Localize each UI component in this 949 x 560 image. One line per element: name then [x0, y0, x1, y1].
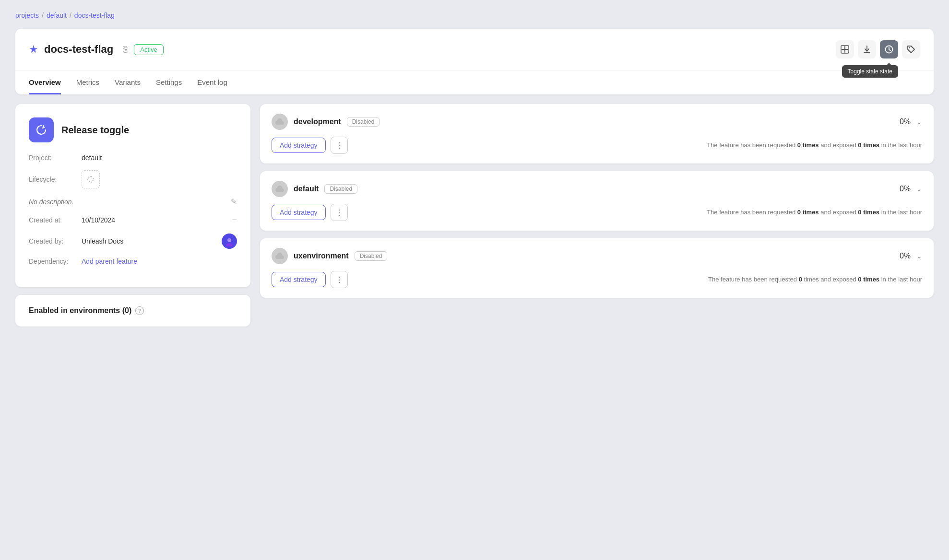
user-avatar-icon [224, 236, 235, 246]
expand-icon-uxenvironment[interactable]: ⌄ [916, 252, 922, 260]
clock-icon [885, 45, 893, 54]
flag-header: ★ docs-test-flag ⎘ Active [15, 29, 934, 70]
lifecycle-row: Lifecycle: [29, 170, 237, 188]
env-actions-development: Add strategy ⋮ The feature has been requ… [272, 137, 922, 154]
expand-icon-default[interactable]: ⌄ [916, 185, 922, 193]
star-icon[interactable]: ★ [29, 43, 38, 56]
toggle-type-name: Release toggle [61, 125, 129, 136]
env-status-default: Disabled [324, 184, 357, 194]
cloud-icon-development [275, 118, 285, 125]
more-button-default[interactable]: ⋮ [331, 204, 348, 221]
breadcrumb-sep-1: / [42, 12, 44, 19]
add-strategy-button-default[interactable]: Add strategy [272, 205, 326, 220]
toggle-stale-button[interactable] [880, 40, 898, 58]
svg-rect-5 [87, 176, 94, 183]
page-title: docs-test-flag [44, 43, 113, 56]
env-stats-uxenvironment: The feature has been requested 0 times a… [708, 275, 922, 284]
created-by-row: Created by: Unleash Docs [29, 233, 237, 249]
created-by-value: Unleash Docs [82, 237, 123, 245]
breadcrumb: projects / default / docs-test-flag [15, 12, 934, 19]
add-icon [841, 45, 849, 54]
env-percent-default: 0% [900, 185, 911, 193]
help-icon[interactable]: ? [135, 306, 144, 315]
env-stats-default: The feature has been requested 0 times a… [707, 208, 922, 217]
env-cloud-icon-default [272, 181, 288, 197]
add-parent-feature-link[interactable]: Add parent feature [82, 257, 137, 265]
env-card-uxenvironment: uxenvironment Disabled 0% ⌄ Add strategy… [260, 238, 934, 298]
env-name-uxenvironment: uxenvironment [294, 252, 349, 260]
dependency-row: Dependency: Add parent feature [29, 257, 237, 265]
env-stats-development: The feature has been requested 0 times a… [707, 140, 922, 150]
download-icon-button[interactable] [858, 40, 876, 58]
tab-metrics[interactable]: Metrics [76, 70, 99, 94]
edit-description-icon[interactable]: ✎ [231, 197, 237, 206]
svg-point-7 [227, 238, 231, 242]
status-badge: Active [134, 44, 163, 55]
tab-variants[interactable]: Variants [115, 70, 141, 94]
release-toggle-icon [35, 124, 47, 136]
svg-rect-1 [842, 49, 848, 50]
add-icon-button[interactable] [836, 40, 854, 58]
toggle-type-icon [29, 117, 54, 142]
env-header-default: default Disabled 0% ⌄ [272, 181, 922, 197]
toggle-stale-tooltip: Toggle stale state [842, 65, 898, 78]
left-panel: Release toggle Project: default Lifecycl… [15, 104, 250, 327]
created-by-label: Created by: [29, 237, 82, 245]
env-status-uxenvironment: Disabled [355, 251, 388, 261]
download-icon [863, 45, 871, 54]
add-strategy-button-uxenvironment[interactable]: Add strategy [272, 272, 326, 287]
env-percent-development: 0% [900, 117, 911, 126]
feature-info-card: Release toggle Project: default Lifecycl… [15, 104, 250, 287]
more-button-development[interactable]: ⋮ [331, 137, 348, 154]
description-value: No description. [29, 198, 73, 206]
cloud-icon-uxenvironment [275, 253, 285, 259]
lifecycle-icon[interactable] [82, 170, 100, 188]
environments-card: Enabled in environments (0) ? [15, 295, 250, 327]
project-row: Project: default [29, 154, 237, 162]
created-at-action: − [232, 215, 237, 225]
tabs-bar: Overview Metrics Variants Settings Event… [15, 70, 934, 94]
stale-toggle-wrapper: Toggle stale state [880, 40, 898, 58]
dependency-label: Dependency: [29, 257, 82, 265]
description-row: No description. ✎ [29, 197, 237, 206]
expand-icon-development[interactable]: ⌄ [916, 118, 922, 126]
env-percent-uxenvironment: 0% [900, 252, 911, 260]
env-name-development: development [294, 117, 341, 126]
env-card-development: development Disabled 0% ⌄ Add strategy ⋮… [260, 104, 934, 163]
lifecycle-label: Lifecycle: [29, 175, 82, 183]
avatar [222, 233, 237, 249]
add-strategy-button-development[interactable]: Add strategy [272, 138, 326, 153]
copy-icon[interactable]: ⎘ [123, 45, 128, 55]
tag-icon [907, 45, 915, 54]
env-card-default: default Disabled 0% ⌄ Add strategy ⋮ The… [260, 171, 934, 231]
toggle-type-header: Release toggle [29, 117, 237, 142]
environments-title-text: Enabled in environments (0) [29, 306, 131, 315]
tab-event-log[interactable]: Event log [197, 70, 227, 94]
breadcrumb-projects[interactable]: projects [15, 12, 39, 19]
cloud-icon-default [275, 186, 285, 192]
diamond-icon [87, 176, 94, 183]
main-card: ★ docs-test-flag ⎘ Active [15, 29, 934, 94]
breadcrumb-sep-2: / [70, 12, 71, 19]
right-panel: development Disabled 0% ⌄ Add strategy ⋮… [260, 104, 934, 298]
tab-overview[interactable]: Overview [29, 70, 61, 94]
tag-icon-button[interactable] [902, 40, 920, 58]
env-status-development: Disabled [347, 117, 380, 127]
breadcrumb-default[interactable]: default [47, 12, 67, 19]
env-actions-default: Add strategy ⋮ The feature has been requ… [272, 204, 922, 221]
env-cloud-icon-uxenvironment [272, 248, 288, 264]
env-cloud-icon-development [272, 114, 288, 130]
created-at-label: Created at: [29, 216, 82, 224]
created-at-row: Created at: 10/10/2024 − [29, 215, 237, 225]
more-button-uxenvironment[interactable]: ⋮ [331, 271, 348, 288]
svg-point-4 [909, 47, 910, 48]
project-label: Project: [29, 154, 82, 162]
header-actions: Toggle stale state [836, 40, 920, 58]
breadcrumb-current: docs-test-flag [74, 12, 115, 19]
env-header-uxenvironment: uxenvironment Disabled 0% ⌄ [272, 248, 922, 264]
created-at-value: 10/10/2024 [82, 216, 115, 224]
env-header-development: development Disabled 0% ⌄ [272, 114, 922, 130]
tab-settings[interactable]: Settings [156, 70, 182, 94]
environments-title: Enabled in environments (0) ? [29, 306, 237, 315]
project-value: default [82, 154, 102, 162]
